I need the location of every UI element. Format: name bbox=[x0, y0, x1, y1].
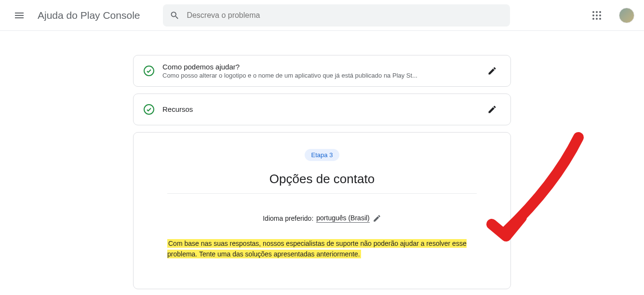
language-link[interactable]: português (Brasil) bbox=[316, 214, 370, 223]
search-container bbox=[163, 4, 510, 27]
step3-heading: Opções de contato bbox=[167, 172, 477, 187]
svg-point-0 bbox=[144, 66, 154, 76]
svg-point-1 bbox=[144, 105, 154, 114]
step2-title: Recursos bbox=[162, 105, 476, 113]
language-label: Idioma preferido: bbox=[263, 215, 313, 222]
pencil-icon bbox=[487, 66, 497, 76]
step3-card: Etapa 3 Opções de contato Idioma preferi… bbox=[133, 132, 511, 289]
page-title: Ajuda do Play Console bbox=[38, 10, 140, 21]
search-input[interactable] bbox=[187, 11, 503, 20]
highlighted-text: Com base nas suas respostas, nossos espe… bbox=[167, 239, 467, 258]
menu-icon bbox=[13, 10, 25, 21]
support-message: Com base nas suas respostas, nossos espe… bbox=[167, 238, 477, 260]
check-circle-icon bbox=[143, 65, 155, 77]
apps-button[interactable] bbox=[587, 6, 606, 25]
language-row: Idioma preferido: português (Brasil) bbox=[263, 214, 381, 223]
step1-title: Como podemos ajudar? bbox=[162, 63, 476, 71]
step1-subtitle: Como posso alterar o logotipo e o nome d… bbox=[162, 72, 476, 79]
avatar[interactable] bbox=[619, 8, 634, 23]
app-header: Ajuda do Play Console bbox=[0, 0, 644, 31]
content: Como podemos ajudar? Como posso alterar … bbox=[133, 55, 511, 289]
divider bbox=[167, 193, 477, 194]
pencil-icon[interactable] bbox=[373, 214, 381, 223]
search-icon bbox=[170, 10, 180, 21]
search-box[interactable] bbox=[163, 4, 510, 27]
check-circle-icon bbox=[143, 104, 155, 115]
pencil-icon bbox=[487, 105, 497, 114]
edit-step1-button[interactable] bbox=[483, 62, 501, 80]
edit-step2-button[interactable] bbox=[483, 101, 501, 118]
step1-body: Como podemos ajudar? Como posso alterar … bbox=[162, 63, 476, 79]
step2-card[interactable]: Recursos bbox=[133, 94, 511, 125]
step1-card[interactable]: Como podemos ajudar? Como posso alterar … bbox=[133, 55, 511, 87]
apps-icon bbox=[592, 11, 601, 20]
menu-button[interactable] bbox=[10, 6, 29, 25]
step3-pill: Etapa 3 bbox=[305, 149, 340, 161]
step2-body: Recursos bbox=[162, 105, 476, 114]
